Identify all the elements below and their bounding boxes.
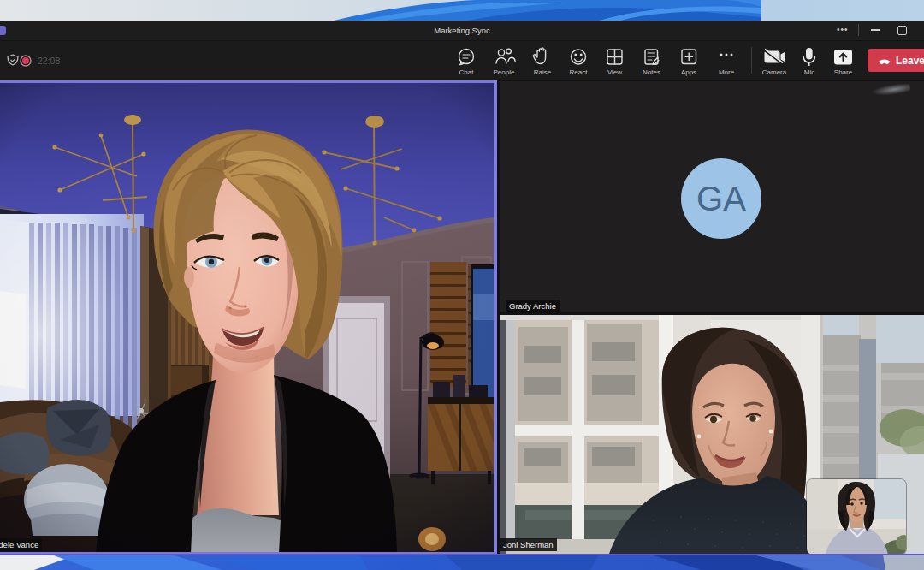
svg-text:Raise: Raise [534, 68, 552, 76]
svg-text:View: View [607, 68, 622, 76]
svg-text:Notes: Notes [643, 68, 660, 76]
svg-text:Leave: Leave [896, 55, 924, 67]
svg-text:Camera: Camera [762, 68, 787, 76]
svg-text:Chat: Chat [459, 68, 475, 76]
svg-text:Share: Share [834, 68, 853, 76]
svg-text:Apps: Apps [681, 68, 696, 76]
svg-text:People: People [494, 68, 515, 76]
svg-text:Mic: Mic [804, 68, 814, 76]
svg-text:React: React [570, 68, 589, 76]
svg-text:More: More [719, 68, 735, 76]
svg-text:22:08: 22:08 [38, 56, 60, 66]
